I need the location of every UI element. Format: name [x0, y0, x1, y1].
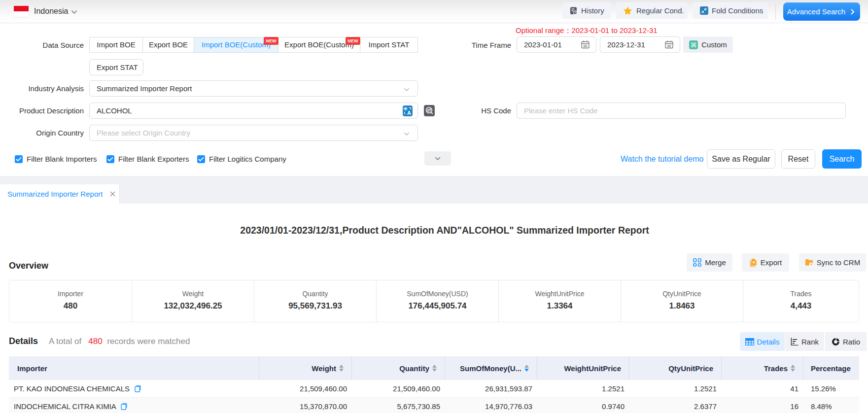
svg-text:A: A [407, 110, 411, 116]
svg-text:⌘: ⌘ [691, 41, 697, 48]
